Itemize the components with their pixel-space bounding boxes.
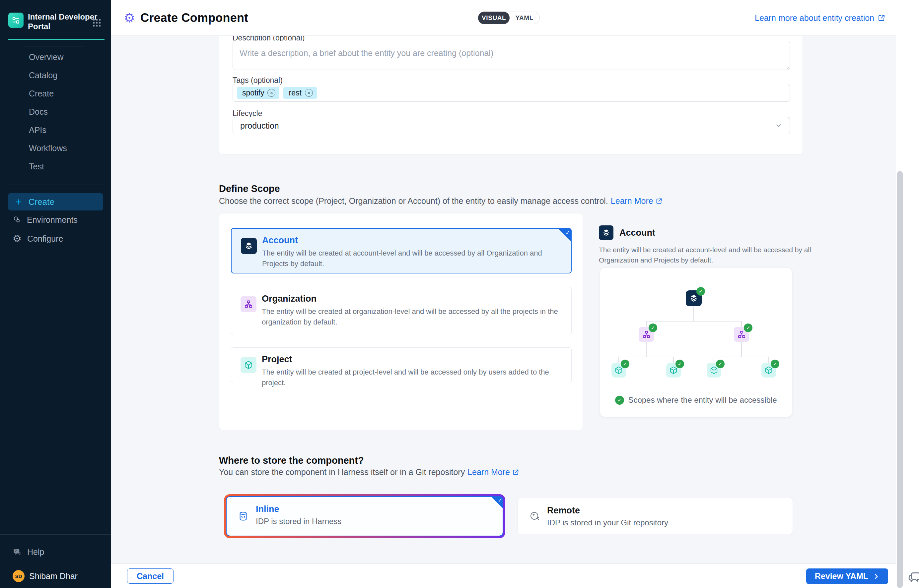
- inline-database-icon: [238, 497, 248, 536]
- scrollbar-thumb[interactable]: [897, 171, 903, 588]
- sidebar-item-configure[interactable]: ⚙ Configure: [0, 230, 111, 247]
- action-footer: Cancel Review YAML: [111, 564, 905, 588]
- scope-option-organization[interactable]: Organization The entity will be created …: [231, 287, 572, 335]
- store-learn-more-link[interactable]: Learn More: [467, 467, 519, 477]
- sidebar: Internal Developer Portal Overview Catal…: [0, 0, 111, 588]
- user-menu[interactable]: SD Shibam Dhar: [0, 567, 111, 585]
- store-option-description: IDP is stored in your Git repository: [547, 518, 668, 527]
- project-cube-icon: [240, 357, 256, 373]
- tag-chip: spotify ×: [237, 87, 279, 99]
- scope-option-title: Account: [262, 235, 298, 246]
- scope-hierarchy-diagram: ✓ ✓ ✓ ✓ ✓ ✓ ✓: [600, 268, 792, 417]
- define-scope-subtitle: Choose the correct scope (Project, Organ…: [219, 196, 663, 206]
- component-gear-icon: ⚙: [124, 11, 135, 24]
- lifecycle-select[interactable]: production: [233, 117, 790, 134]
- lifecycle-value: production: [240, 121, 279, 131]
- browser-right-strip: [905, 0, 919, 588]
- sidebar-nav: Overview Catalog Create Docs APIs Workfl…: [0, 48, 111, 176]
- sidebar-bottom-divider: [0, 534, 111, 535]
- help-label: Help: [27, 547, 44, 557]
- chevron-right-icon: [873, 573, 880, 580]
- page-header: ⚙ Create Component VISUAL YAML Learn mor…: [111, 0, 905, 36]
- define-scope-heading: Define Scope: [219, 183, 280, 194]
- sidebar-item-environments[interactable]: Environments: [0, 211, 111, 228]
- remove-tag-icon[interactable]: ×: [305, 89, 313, 97]
- store-option-remote[interactable]: Remote IDP is stored in your Git reposit…: [517, 498, 793, 534]
- avatar: SD: [13, 570, 24, 582]
- store-option-title: Remote: [547, 506, 580, 516]
- tags-input[interactable]: spotify × rest ×: [233, 84, 790, 102]
- scope-detail-title: Account: [619, 228, 655, 238]
- chevron-down-icon: [775, 122, 782, 129]
- create-component-page: { "sidebar": { "brand": { "title_line1":…: [0, 0, 919, 588]
- support-chat-icon[interactable]: [908, 569, 919, 585]
- store-option-title: Inline: [256, 504, 279, 514]
- diagram-caption-text: Scopes where the entity will be accessib…: [628, 396, 777, 405]
- pipeline-logo-icon: [11, 16, 21, 25]
- configure-label: Configure: [27, 234, 63, 244]
- description-textarea[interactable]: [233, 41, 790, 70]
- diagram-caption: ✓ Scopes where the entity will be access…: [600, 396, 792, 405]
- harness-idp-logo[interactable]: [8, 13, 24, 28]
- sidebar-item-test[interactable]: Test: [0, 157, 111, 176]
- diagram-org-node: ✓: [734, 327, 749, 342]
- learn-more-label: Learn More: [467, 467, 510, 477]
- scope-option-title: Organization: [262, 294, 316, 304]
- external-link-icon: [512, 468, 519, 476]
- tag-chip-label: rest: [289, 89, 301, 97]
- green-check-icon: ✓: [771, 360, 779, 368]
- brand-title: Internal Developer Portal: [28, 12, 97, 31]
- sidebar-item-docs[interactable]: Docs: [0, 103, 111, 121]
- gear-icon: ⚙: [13, 234, 21, 244]
- learn-more-label: Learn more about entity creation: [755, 13, 874, 23]
- environments-label: Environments: [27, 215, 78, 225]
- diagram-account-node: ✓: [686, 290, 702, 306]
- sidebar-item-catalog[interactable]: Catalog: [0, 66, 111, 84]
- cancel-button[interactable]: Cancel: [127, 569, 173, 584]
- entity-form-card: Description (optional) Tags (optional) s…: [219, 36, 803, 155]
- main-content: Description (optional) Tags (optional) s…: [111, 36, 896, 564]
- scope-option-title: Project: [262, 354, 292, 365]
- page-title-group: ⚙ Create Component: [124, 0, 248, 36]
- learn-more-entity-creation-link[interactable]: Learn more about entity creation: [755, 0, 885, 36]
- lifecycle-label: Lifecycle: [233, 109, 262, 118]
- store-option-inline[interactable]: ✓ Inline IDP is stored in Harness: [226, 496, 503, 536]
- scope-option-project[interactable]: Project The entity will be created at pr…: [231, 347, 572, 383]
- store-option-description: IDP is stored in Harness: [256, 517, 341, 526]
- scope-options-panel: ✓ Account The entity will be created at …: [219, 213, 583, 430]
- user-name: Shibam Dhar: [29, 572, 78, 581]
- green-check-icon: ✓: [615, 396, 624, 405]
- scope-option-account[interactable]: ✓ Account The entity will be created at …: [231, 228, 572, 273]
- tag-chip-label: spotify: [242, 89, 264, 97]
- scope-option-description: The entity will be created at project-le…: [262, 367, 562, 388]
- diagram-project-node: ✓: [666, 363, 681, 378]
- store-heading: Where to store the component?: [219, 455, 364, 466]
- sidebar-item-apis[interactable]: APIs: [0, 121, 111, 139]
- sidebar-item-overview[interactable]: Overview: [0, 48, 111, 66]
- external-link-icon: [656, 197, 663, 205]
- scope-option-description: The entity will be created at account-le…: [262, 248, 562, 269]
- tab-visual[interactable]: VISUAL: [478, 11, 510, 24]
- green-check-icon: ✓: [621, 360, 629, 368]
- remove-tag-icon[interactable]: ×: [267, 89, 276, 97]
- store-subtitle-text: You can store the component in Harness i…: [219, 467, 465, 477]
- diagram-project-node: ✓: [707, 363, 721, 378]
- review-yaml-button[interactable]: Review YAML: [806, 569, 888, 584]
- app-grid-icon[interactable]: [92, 19, 101, 27]
- sidebar-item-create[interactable]: Create: [0, 84, 111, 103]
- scope-detail-description: The entity will be created at account-le…: [599, 245, 811, 265]
- nav-divider: [23, 46, 84, 47]
- tags-label: Tags (optional): [233, 76, 283, 85]
- green-check-icon: ✓: [696, 287, 705, 296]
- green-check-icon: ✓: [676, 360, 684, 368]
- scope-detail-header: Account: [599, 225, 655, 240]
- sidebar-item-workflows[interactable]: Workflows: [0, 139, 111, 157]
- tag-chip: rest ×: [283, 87, 316, 99]
- sidebar-create-button[interactable]: + Create: [8, 193, 103, 210]
- define-scope-learn-more-link[interactable]: Learn More: [611, 196, 663, 206]
- brand-accent-rule: [8, 39, 104, 40]
- diagram-project-node: ✓: [611, 363, 626, 378]
- tab-yaml[interactable]: YAML: [509, 12, 540, 24]
- visual-yaml-toggle: VISUAL YAML: [478, 11, 540, 24]
- sidebar-item-help[interactable]: ? Help: [0, 543, 111, 561]
